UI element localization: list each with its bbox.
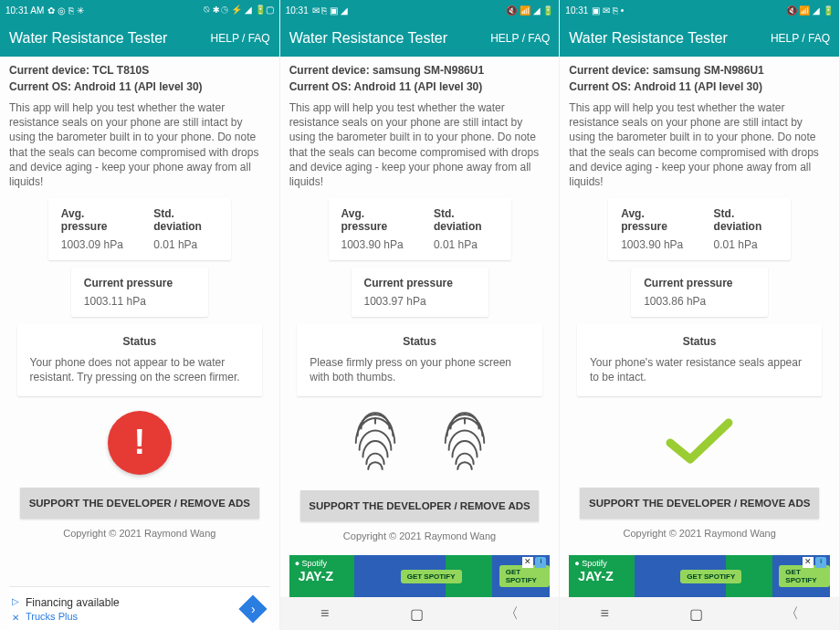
status-heading: Status xyxy=(590,335,810,348)
checkmark-icon xyxy=(663,414,736,471)
status-time: 10:31 xyxy=(286,5,309,16)
current-os-label: Current OS: Android 11 (API level 30) xyxy=(289,80,551,93)
nav-recent-icon[interactable]: ≡ xyxy=(601,605,609,622)
android-status-bar: 10:31 AM ✿ ◎ ⎘ ✳ ⦰ ✱ ◷ ⚡ ◢ 🔋▢ xyxy=(0,0,279,20)
current-device-label: Current device: TCL T810S xyxy=(9,64,270,77)
app-title: Water Resistance Tester xyxy=(289,30,447,47)
avg-pressure-label: Avg. pressure xyxy=(341,207,406,233)
support-developer-button[interactable]: SUPPORT THE DEVELOPER / REMOVE ADS xyxy=(300,490,540,521)
status-card: Status Please firmly press on your phone… xyxy=(297,324,542,395)
ad-close-icon[interactable]: ✕ xyxy=(522,557,533,568)
status-right-icons: 🔇 📶 ◢ 🔋 xyxy=(506,5,553,16)
status-right-icons: 🔇 📶 ◢ 🔋 xyxy=(786,5,834,16)
ad-cta-button[interactable]: GET SPOTIFY xyxy=(499,565,551,587)
status-heading: Status xyxy=(310,335,530,348)
status-left-icons: ✿ ◎ ⎘ ✳ xyxy=(47,5,83,16)
current-pressure-card: Current pressure 1003.97 hPa xyxy=(352,268,488,317)
std-deviation-value: 0.01 hPa xyxy=(153,238,218,251)
ad-banner[interactable]: ● Spotify JAY-Z GET SPOTIFY GET SPOTIFY … xyxy=(289,555,551,597)
current-device-label: Current device: samsung SM-N986U1 xyxy=(289,64,551,77)
ad-headline: Financing available xyxy=(26,596,120,609)
status-message: Please firmly press on your phone screen… xyxy=(310,355,530,384)
status-message: Your phone does not appear to be water r… xyxy=(30,355,250,384)
ad-cta-button[interactable]: GET SPOTIFY xyxy=(779,565,830,587)
current-pressure-card: Current pressure 1003.11 hPa xyxy=(71,268,208,317)
fingerprint-icon xyxy=(438,411,491,478)
copyright-text: Copyright © 2021 Raymond Wang xyxy=(9,528,270,539)
ad-banner[interactable]: ▷ ✕ Financing available Trucks Plus › xyxy=(9,586,270,630)
copyright-text: Copyright © 2021 Raymond Wang xyxy=(289,530,551,541)
ad-arrow-icon[interactable]: › xyxy=(238,594,267,623)
ad-choices-icon[interactable]: ▷ xyxy=(12,596,19,606)
status-right-icons: ⦰ ✱ ◷ ⚡ ◢ 🔋▢ xyxy=(204,5,274,16)
status-message: Your phone's water resistance seals appe… xyxy=(590,355,810,384)
app-bar: Water Resistance Tester HELP / FAQ xyxy=(560,20,839,57)
current-pressure-card: Current pressure 1003.86 hPa xyxy=(631,268,768,317)
ad-info-icon[interactable]: i xyxy=(815,557,826,568)
std-deviation-label: Std. deviation xyxy=(714,207,779,233)
current-device-label: Current device: samsung SM-N986U1 xyxy=(569,64,830,77)
ad-close-icon[interactable]: ✕ xyxy=(12,613,19,623)
app-bar: Water Resistance Tester HELP / FAQ xyxy=(0,20,279,57)
status-heading: Status xyxy=(30,335,250,348)
ad-close-icon[interactable]: ✕ xyxy=(803,557,814,568)
ad-info-icon[interactable]: i xyxy=(535,557,546,568)
help-faq-link[interactable]: HELP / FAQ xyxy=(490,32,550,45)
ad-subline: Trucks Plus xyxy=(26,611,120,622)
ad-brand: ● Spotify xyxy=(574,559,606,568)
app-description: This app will help you test whether the … xyxy=(9,100,270,189)
ad-artist: JAY-Z xyxy=(578,569,613,583)
phone-screen-2: 10:31 ✉ ⎘ ▣ ◢ 🔇 📶 ◢ 🔋 Water Resistance T… xyxy=(280,0,561,630)
ad-banner[interactable]: ● Spotify JAY-Z GET SPOTIFY GET SPOTIFY … xyxy=(569,555,830,597)
status-left-icons: ▣ ✉ ⎘ • xyxy=(592,5,624,16)
result-visual: ! xyxy=(9,411,270,475)
status-left-icons: ✉ ⎘ ▣ ◢ xyxy=(312,5,348,16)
std-deviation-label: Std. deviation xyxy=(434,207,499,233)
status-time: 10:31 AM xyxy=(5,5,44,16)
current-pressure-label: Current pressure xyxy=(364,277,476,289)
result-visual xyxy=(569,411,830,475)
result-visual xyxy=(289,411,551,478)
android-nav-bar: ≡ ▢ 〈 xyxy=(560,597,839,630)
current-pressure-value: 1003.11 hPa xyxy=(84,295,195,308)
pressure-summary-card: Avg. pressure 1003.90 hPa Std. deviation… xyxy=(608,198,791,260)
content-area: Current device: samsung SM-N986U1 Curren… xyxy=(280,57,560,597)
nav-home-icon[interactable]: ▢ xyxy=(410,605,424,623)
avg-pressure-value: 1003.90 hPa xyxy=(621,238,686,251)
current-os-label: Current OS: Android 11 (API level 30) xyxy=(569,80,830,93)
app-description: This app will help you test whether the … xyxy=(289,100,551,189)
nav-back-icon[interactable]: 〈 xyxy=(504,604,519,624)
support-developer-button[interactable]: SUPPORT THE DEVELOPER / REMOVE ADS xyxy=(20,488,259,519)
ad-cta-button[interactable]: GET SPOTIFY xyxy=(680,570,741,583)
pressure-summary-card: Avg. pressure 1003.90 hPa Std. deviation… xyxy=(329,198,511,260)
app-bar: Water Resistance Tester HELP / FAQ xyxy=(280,20,560,57)
status-time: 10:31 xyxy=(565,5,588,16)
avg-pressure-value: 1003.09 hPa xyxy=(61,238,126,251)
current-os-label: Current OS: Android 11 (API level 30) xyxy=(9,80,270,93)
nav-home-icon[interactable]: ▢ xyxy=(689,605,703,623)
help-faq-link[interactable]: HELP / FAQ xyxy=(771,32,830,45)
help-faq-link[interactable]: HELP / FAQ xyxy=(211,32,270,45)
std-deviation-label: Std. deviation xyxy=(153,207,218,233)
status-card: Status Your phone does not appear to be … xyxy=(17,324,263,395)
avg-pressure-label: Avg. pressure xyxy=(621,207,686,233)
android-status-bar: 10:31 ▣ ✉ ⎘ • 🔇 📶 ◢ 🔋 xyxy=(560,0,839,20)
avg-pressure-value: 1003.90 hPa xyxy=(341,238,406,251)
app-title: Water Resistance Tester xyxy=(569,30,727,47)
ad-brand: ● Spotify xyxy=(295,559,327,568)
current-pressure-value: 1003.86 hPa xyxy=(644,295,755,308)
phone-screen-1: 10:31 AM ✿ ◎ ⎘ ✳ ⦰ ✱ ◷ ⚡ ◢ 🔋▢ Water Resi… xyxy=(0,0,280,630)
current-pressure-label: Current pressure xyxy=(644,277,755,289)
android-status-bar: 10:31 ✉ ⎘ ▣ ◢ 🔇 📶 ◢ 🔋 xyxy=(280,0,560,20)
nav-recent-icon[interactable]: ≡ xyxy=(320,605,329,622)
ad-cta-button[interactable]: GET SPOTIFY xyxy=(401,570,462,583)
content-area: Current device: TCL T810S Current OS: An… xyxy=(0,57,279,630)
avg-pressure-label: Avg. pressure xyxy=(61,207,126,233)
fingerprint-icon xyxy=(349,411,402,478)
std-deviation-value: 0.01 hPa xyxy=(714,238,779,251)
android-nav-bar: ≡ ▢ 〈 xyxy=(280,597,560,630)
content-area: Current device: samsung SM-N986U1 Curren… xyxy=(560,57,839,597)
support-developer-button[interactable]: SUPPORT THE DEVELOPER / REMOVE ADS xyxy=(580,488,819,519)
app-description: This app will help you test whether the … xyxy=(569,100,830,189)
nav-back-icon[interactable]: 〈 xyxy=(784,604,799,624)
